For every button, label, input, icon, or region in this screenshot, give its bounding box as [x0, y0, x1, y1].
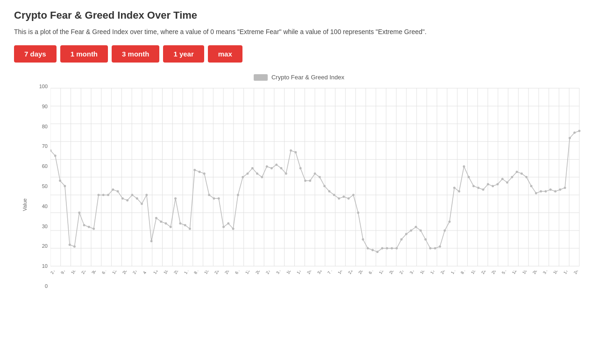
svg-point-168	[549, 189, 552, 191]
svg-point-115	[294, 151, 297, 154]
y-axis-label: Value	[22, 180, 28, 211]
svg-point-149	[458, 190, 460, 193]
svg-point-121	[323, 185, 326, 187]
chart-svg	[50, 84, 584, 271]
svg-point-130	[367, 247, 369, 250]
svg-point-159	[506, 182, 508, 184]
svg-point-85	[150, 240, 153, 242]
svg-point-111	[275, 163, 278, 166]
svg-point-108	[261, 176, 263, 178]
svg-point-113	[285, 172, 287, 175]
legend-label: Crypto Fear & Greed Index	[271, 74, 344, 81]
svg-point-143	[429, 247, 432, 250]
svg-point-138	[405, 233, 407, 235]
svg-point-154	[482, 189, 484, 191]
svg-point-82	[136, 197, 138, 200]
page-title: Crypto Fear & Greed Index Over Time	[14, 9, 584, 21]
legend-swatch	[254, 74, 268, 81]
svg-point-92	[184, 224, 186, 226]
svg-point-68	[69, 244, 71, 246]
svg-point-161	[516, 171, 518, 173]
svg-point-119	[314, 172, 316, 175]
chart-inner: Value 100 90 80 70 60 50 40 30 20 10 0	[14, 84, 584, 308]
svg-point-147	[448, 220, 451, 223]
btn-3month[interactable]: 3 month	[112, 45, 159, 63]
svg-point-103	[237, 194, 239, 196]
x-axis-labels: 2 Aug, 20199 Aug, 201916 Aug, 201923 Aug…	[50, 271, 584, 308]
svg-point-133	[381, 247, 384, 250]
svg-point-144	[434, 247, 436, 250]
svg-point-102	[232, 228, 235, 230]
svg-point-172	[569, 137, 571, 139]
svg-point-84	[145, 194, 148, 196]
svg-point-86	[155, 217, 157, 219]
svg-point-66	[59, 180, 61, 182]
chart-svg-area	[50, 84, 584, 271]
chart-legend: Crypto Fear & Greed Index	[14, 74, 584, 81]
svg-point-164	[530, 185, 533, 187]
svg-point-134	[386, 247, 388, 250]
svg-point-94	[193, 169, 196, 171]
svg-point-174	[578, 130, 581, 132]
svg-point-171	[564, 187, 566, 189]
svg-point-71	[83, 224, 85, 226]
svg-point-163	[525, 176, 527, 178]
svg-point-125	[342, 196, 345, 198]
svg-point-116	[299, 167, 302, 169]
svg-point-148	[453, 187, 456, 189]
x-axis-label: 31 Jul, 2020	[583, 271, 584, 275]
svg-point-95	[199, 171, 201, 173]
svg-point-98	[213, 197, 215, 200]
svg-point-73	[93, 228, 95, 230]
svg-point-105	[246, 172, 249, 175]
svg-point-122	[328, 190, 330, 193]
svg-point-137	[400, 238, 403, 240]
y-axis: 100 90 80 70 60 50 40 30 20 10 0	[36, 84, 50, 308]
svg-point-96	[203, 172, 206, 175]
svg-point-79	[121, 197, 124, 200]
btn-max[interactable]: max	[208, 45, 242, 63]
svg-point-109	[266, 165, 268, 168]
svg-point-117	[304, 180, 306, 182]
svg-point-75	[102, 194, 105, 196]
svg-point-97	[208, 194, 210, 196]
svg-point-81	[131, 194, 133, 196]
svg-point-150	[463, 165, 465, 168]
svg-point-152	[472, 185, 475, 187]
svg-point-77	[112, 189, 114, 191]
svg-point-146	[443, 229, 446, 231]
svg-point-169	[554, 190, 556, 193]
svg-point-80	[126, 199, 128, 202]
btn-1month[interactable]: 1 month	[60, 45, 108, 63]
svg-point-140	[415, 226, 417, 228]
btn-1year[interactable]: 1 year	[163, 45, 204, 63]
svg-point-157	[497, 183, 499, 185]
chart-area-wrapper: 2 Aug, 20199 Aug, 201916 Aug, 201923 Aug…	[50, 84, 584, 308]
svg-point-141	[420, 229, 422, 231]
svg-point-74	[97, 194, 100, 196]
svg-point-83	[141, 203, 143, 205]
svg-point-120	[319, 176, 321, 178]
svg-point-118	[309, 180, 311, 182]
svg-point-162	[520, 172, 523, 175]
x-axis-label: 24 Jul, 2020	[573, 271, 584, 275]
svg-point-87	[160, 220, 162, 223]
svg-point-170	[559, 189, 561, 191]
svg-point-112	[280, 167, 283, 169]
svg-point-139	[410, 229, 412, 231]
svg-point-166	[540, 190, 542, 193]
svg-point-106	[251, 167, 254, 169]
svg-point-153	[477, 187, 479, 189]
svg-point-127	[352, 194, 355, 196]
svg-point-114	[290, 149, 292, 152]
page-description: This is a plot of the Fear & Greed Index…	[14, 27, 584, 37]
svg-point-132	[376, 251, 378, 253]
svg-point-65	[54, 154, 57, 157]
svg-point-156	[491, 185, 494, 187]
svg-point-123	[333, 194, 335, 196]
svg-point-158	[501, 178, 504, 180]
svg-point-110	[271, 167, 273, 169]
time-range-buttons: 7 days 1 month 3 month 1 year max	[14, 45, 584, 63]
btn-7days[interactable]: 7 days	[14, 45, 57, 63]
svg-point-72	[88, 226, 90, 228]
